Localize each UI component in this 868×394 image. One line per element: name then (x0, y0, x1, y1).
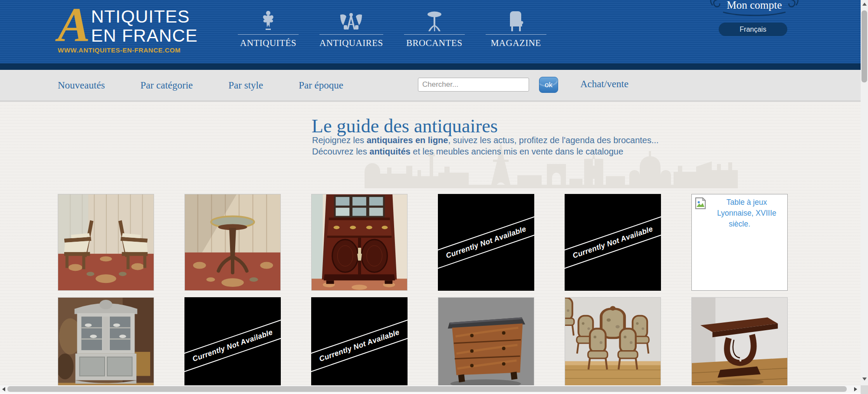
product-tile-corner-cabinet[interactable] (311, 194, 408, 291)
product-tile-painted-buffet[interactable] (58, 297, 154, 385)
scroll-left-arrow-icon[interactable] (2, 387, 5, 391)
logo-initial: A (58, 3, 90, 46)
nav-underline (486, 34, 546, 35)
broken-image-alt-text: Table à jeux Lyonnaise, XVIIIe siècle. (694, 197, 785, 230)
product-tile-pair-of-armchairs[interactable] (58, 194, 154, 291)
nav-label: ANTIQUITÉS (240, 38, 296, 49)
menu-bar: Nouveautés Par catégorie Par style Par é… (0, 70, 861, 102)
product-tile-pedestal-table[interactable] (184, 194, 281, 291)
menu-link-par-categorie[interactable]: Par catégorie (141, 80, 193, 91)
nav-underline (404, 34, 465, 35)
photo-pedestal-table (185, 194, 280, 290)
product-tile-commode[interactable] (438, 297, 534, 385)
product-tile-unavailable[interactable]: Currently Not Available (311, 297, 408, 385)
product-tile-unavailable[interactable]: Currently Not Available (438, 194, 534, 291)
scroll-up-arrow-icon[interactable] (862, 3, 867, 6)
site-logo[interactable]: A NTIQUITES EN FRANCE WWW.ANTIQUITES-EN-… (58, 3, 198, 54)
cherub-icon (261, 8, 275, 32)
scroll-right-arrow-icon[interactable] (854, 387, 857, 391)
my-account-link[interactable]: Mon compte (712, 0, 797, 11)
photo-salon-set (565, 298, 661, 385)
browser-viewport: A NTIQUITES EN FRANCE WWW.ANTIQUITES-EN-… (0, 0, 868, 394)
product-tile-art-deco-console[interactable] (691, 297, 788, 385)
menu-link-achat-vente[interactable]: Achat/vente (580, 79, 628, 90)
product-tile-broken-image[interactable]: Table à jeux Lyonnaise, XVIIIe siècle. (691, 194, 788, 291)
nav-label: MAGAZINE (491, 38, 541, 49)
product-tile-unavailable[interactable]: Currently Not Available (565, 194, 661, 291)
search-input[interactable] (418, 78, 529, 92)
nav-item-magazine[interactable]: MAGAZINE (486, 8, 546, 49)
nav-item-brocantes[interactable]: BROCANTES (404, 8, 465, 49)
menu-link-par-style[interactable]: Par style (228, 80, 263, 91)
photo-pair-of-armchairs (58, 194, 154, 290)
main-content: Le guide des antiquaires Rejoignez les a… (0, 102, 861, 385)
unavailable-stamp: Currently Not Available (565, 212, 661, 272)
photo-painted-buffet (58, 298, 154, 385)
nav-underline (319, 34, 383, 35)
menu-links: Nouveautés Par catégorie Par style Par é… (58, 70, 343, 101)
product-grid: Currently Not Available Currently Not Av… (58, 194, 788, 385)
intro-line-2: Découvrez les antiquités et les meubles … (312, 146, 659, 157)
nav-underline (238, 34, 299, 35)
pedestal-table-icon (426, 8, 443, 32)
search-ok-button[interactable]: ok (539, 77, 558, 93)
header-bottom-strip (0, 63, 861, 70)
page-title: Le guide des antiquaires (312, 115, 498, 137)
product-tile-salon-set[interactable] (565, 297, 661, 385)
header-navigation: ANTIQUITÉS ANTIQUAIRES (238, 8, 546, 49)
site-header: A NTIQUITES EN FRANCE WWW.ANTIQUITES-EN-… (0, 0, 861, 63)
unavailable-stamp: Currently Not Available (311, 315, 408, 375)
broken-image-icon (695, 197, 706, 209)
unavailable-stamp: Currently Not Available (184, 315, 281, 375)
scroll-down-arrow-icon[interactable] (862, 378, 867, 381)
logo-website-url: WWW.ANTIQUITES-EN-FRANCE.COM (58, 46, 198, 54)
nav-item-antiquaires[interactable]: ANTIQUAIRES (319, 8, 383, 49)
intro-line-1: Rejoignez les antiquaires en ligne, suiv… (312, 135, 659, 146)
nav-item-antiquites[interactable]: ANTIQUITÉS (238, 8, 299, 49)
language-button[interactable]: Français (719, 23, 787, 36)
horizontal-scroll-thumb[interactable] (7, 386, 847, 392)
product-tile-unavailable[interactable]: Currently Not Available (184, 297, 281, 385)
photo-art-deco-console (692, 298, 787, 385)
scrollbar-corner (861, 385, 868, 394)
menu-link-par-epoque[interactable]: Par époque (299, 80, 343, 91)
armchair-icon (509, 8, 523, 32)
logo-name-line1: NTIQUITES (91, 7, 198, 26)
intro-text: Rejoignez les antiquaires en ligne, suiv… (312, 135, 659, 157)
sconces-compass-icon (339, 8, 364, 32)
nav-label: ANTIQUAIRES (319, 38, 383, 49)
menu-link-nouveautes[interactable]: Nouveautés (58, 80, 105, 91)
vertical-scrollbar[interactable] (861, 0, 868, 385)
logo-name-line2: EN FRANCE (91, 26, 198, 45)
horizontal-scrollbar[interactable] (0, 385, 861, 393)
nav-label: BROCANTES (406, 38, 462, 49)
unavailable-stamp: Currently Not Available (438, 212, 534, 272)
photo-corner-cabinet (312, 194, 407, 290)
vertical-scroll-thumb[interactable] (861, 10, 867, 82)
photo-commode (438, 298, 534, 385)
